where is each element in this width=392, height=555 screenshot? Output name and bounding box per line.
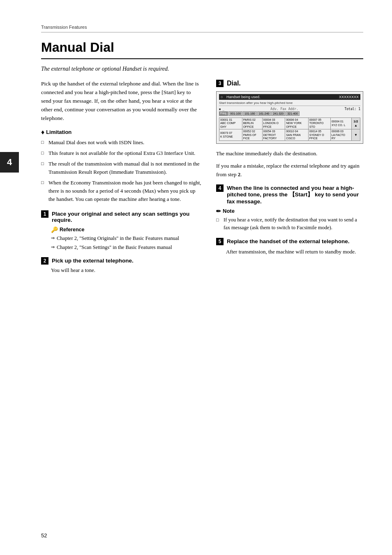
- step-4: 4 When the line is connected and you hea…: [216, 184, 363, 232]
- fax-screen-row-info: ☎ _ Adv. Fax Addr. Total: 1: [219, 107, 360, 111]
- step-1: 1 Place your original and select any sca…: [41, 210, 201, 252]
- tab-001: 001-100: [228, 111, 242, 116]
- step-5-header: 5 Replace the handset of the external te…: [216, 238, 363, 245]
- chapter-number: 4: [7, 157, 12, 168]
- two-column-layout: Pick up the handset of the external tele…: [41, 80, 363, 280]
- note-label: Note: [223, 208, 235, 214]
- fax-addr-label: ☎ _: [219, 107, 224, 111]
- step-3-body2: If you make a mistake, replace the exter…: [216, 162, 363, 178]
- step-5: 5 Replace the handset of the external te…: [216, 238, 363, 256]
- step-3-body1: The machine immediately dials the destin…: [216, 150, 363, 158]
- chapter-tab: 4: [0, 152, 19, 173]
- step-2-body: You will hear a tone.: [51, 266, 201, 274]
- intro-text: Pick up the handset of the external tele…: [41, 80, 201, 123]
- reference-box: 🔑 Reference Chapter 2, "Setting Original…: [51, 226, 201, 252]
- page: 4 Transmission Features Manual Dial The …: [0, 0, 392, 555]
- tab-101: 101-160: [243, 111, 257, 116]
- note-item: If you hear a voice, notify the destinat…: [216, 216, 363, 232]
- page-title: Manual Dial: [41, 40, 363, 59]
- tab-freq: Freq.: [219, 111, 228, 116]
- tab-161: 161-240: [257, 111, 271, 116]
- fax-screen-subtitle: Start transmission after you hear high-p…: [219, 101, 360, 106]
- step-2-header: 2 Pick up the external telephone.: [41, 257, 201, 265]
- fax-addr-link: Adv. Fax Addr.: [270, 107, 298, 111]
- step-3: 3 Dial. ○ Handset being used. XXXXXXXX S…: [216, 80, 363, 179]
- step-2: 2 Pick up the external telephone. You wi…: [41, 257, 201, 274]
- fax-screen-title-right: XXXXXXXX: [339, 95, 359, 99]
- fax-total: Total: 1: [344, 107, 360, 111]
- reference-icon: 🔑: [51, 226, 58, 233]
- step-2-label: Pick up the external telephone.: [52, 258, 134, 264]
- fax-table: 00001 01ABC COMPGHY PARIS 02BERLINOFFICE…: [219, 117, 360, 141]
- reference-header: 🔑 Reference: [51, 226, 201, 233]
- fax-screen: ○ Handset being used. XXXXXXXX Start tra…: [216, 91, 363, 144]
- fax-screen-title: ○ Handset being used.: [221, 95, 261, 99]
- list-item: Manual Dial does not work with ISDN line…: [41, 138, 201, 147]
- limitation-list: Manual Dial does not work with ISDN line…: [41, 138, 201, 204]
- left-column: Pick up the handset of the external tele…: [41, 80, 201, 280]
- reference-item-2: Chapter 2, "Scan Settings" in the Basic …: [51, 244, 201, 251]
- step-3-number: 3: [216, 80, 224, 87]
- step-1-label: Place your original and select any scan …: [52, 211, 201, 223]
- limitation-section: ♦ Limitation Manual Dial does not work w…: [41, 129, 201, 204]
- limitation-header: ♦ Limitation: [41, 129, 201, 136]
- step-3-label: Dial.: [227, 80, 241, 87]
- step-1-header: 1 Place your original and select any sca…: [41, 210, 201, 223]
- note-section: ✏ Note If you hear a voice, notify the d…: [216, 208, 363, 232]
- step-4-number: 4: [216, 184, 224, 192]
- note-icon: ✏: [216, 208, 221, 214]
- list-item: When the Economy Transmission mode has j…: [41, 179, 201, 203]
- step-3-header: 3 Dial.: [216, 80, 363, 87]
- limitation-title: Limitation: [46, 129, 71, 135]
- tab-321: 321-400: [286, 111, 300, 116]
- subtitle: The external telephone or optional Hands…: [41, 66, 363, 72]
- table-row: 00073 07K STONE 00052 02PARIS OFFICE 000…: [219, 129, 360, 141]
- step-1-number: 1: [41, 210, 48, 218]
- fax-screen-title-bar: ○ Handset being used. XXXXXXXX: [219, 94, 360, 100]
- note-header: ✏ Note: [216, 208, 363, 214]
- reference-label: Reference: [60, 227, 84, 233]
- note-list: If you hear a voice, notify the destinat…: [216, 216, 363, 232]
- step-2-number: 2: [41, 257, 48, 265]
- step-5-label: Replace the handset of the external tele…: [227, 238, 350, 244]
- right-column: 3 Dial. ○ Handset being used. XXXXXXXX S…: [216, 80, 363, 280]
- reference-item-1: Chapter 2, "Setting Originals" in the Ba…: [51, 235, 201, 242]
- list-item: This feature is not available for the op…: [41, 149, 201, 157]
- step-4-header: 4 When the line is connected and you hea…: [216, 184, 363, 205]
- tab-241: 241-320: [271, 111, 285, 116]
- fax-screen-tabs: Freq. 001-100 101-160 161-240 241-320 32…: [219, 111, 360, 116]
- table-row: 00001 01ABC COMPGHY PARIS 02BERLINOFFICE…: [219, 118, 360, 129]
- breadcrumb: Transmission Features: [41, 25, 363, 32]
- page-number: 52: [41, 532, 47, 539]
- step-5-number: 5: [216, 238, 224, 245]
- step-4-label: When the line is connected and you hear …: [227, 185, 363, 205]
- list-item: The result of the transmission with manu…: [41, 160, 201, 176]
- step-5-body: After transmission, the machine will ret…: [226, 248, 363, 256]
- limitation-icon: ♦: [41, 129, 44, 136]
